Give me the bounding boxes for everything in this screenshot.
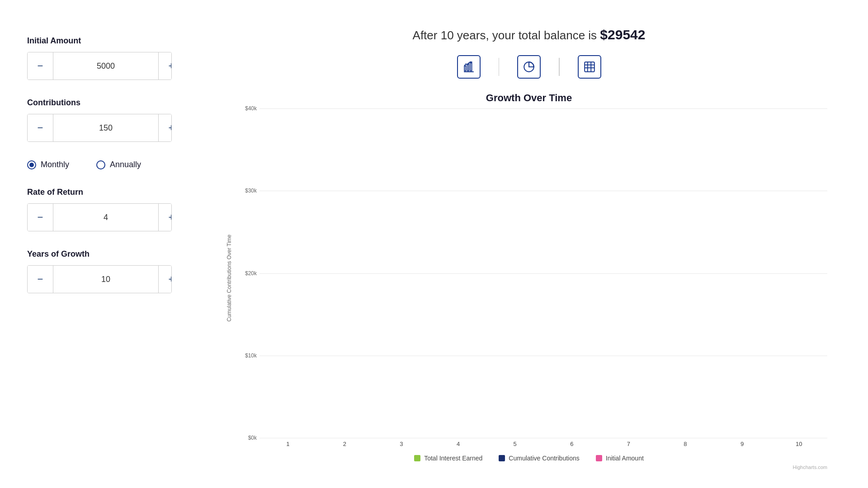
- rate-of-return-input-row: − +: [27, 203, 172, 231]
- svg-rect-0: [464, 66, 466, 71]
- table-icon-btn[interactable]: [578, 55, 601, 79]
- initial-amount-input-row: − +: [27, 52, 172, 80]
- contributions-label: Contributions: [27, 98, 172, 108]
- contributions-input-row: − +: [27, 114, 172, 142]
- initial-color-dot: [596, 455, 602, 461]
- y-axis-label: Cumulative Contributions Over Time: [226, 235, 235, 322]
- legend-contributions-label: Cumulative Contributions: [509, 455, 579, 462]
- svg-rect-6: [585, 62, 594, 72]
- legend-initial: Initial Amount: [596, 455, 644, 462]
- chart-title: Growth Over Time: [226, 92, 832, 104]
- contributions-group: Contributions − +: [27, 98, 172, 142]
- initial-amount-decrement[interactable]: −: [28, 52, 53, 80]
- years-of-growth-group: Years of Growth − +: [27, 249, 172, 293]
- x-label-4: 4: [430, 441, 487, 447]
- contributions-color-dot: [499, 455, 505, 461]
- interest-color-dot: [414, 455, 420, 461]
- years-of-growth-label: Years of Growth: [27, 249, 172, 259]
- legend-interest: Total Interest Earned: [414, 455, 482, 462]
- frequency-group: Monthly Annually: [27, 160, 172, 169]
- rate-of-return-group: Rate of Return − +: [27, 188, 172, 231]
- x-label-9: 9: [714, 441, 771, 447]
- summary-amount: $29542: [600, 27, 645, 42]
- legend-interest-label: Total Interest Earned: [424, 455, 482, 462]
- years-decrement[interactable]: −: [28, 266, 53, 293]
- annually-option[interactable]: Annually: [96, 160, 141, 169]
- bar-chart-icon-btn[interactable]: [457, 55, 481, 79]
- initial-amount-group: Initial Amount − +: [27, 36, 172, 80]
- monthly-radio[interactable]: [27, 160, 36, 169]
- years-increment[interactable]: +: [159, 266, 172, 293]
- contributions-field[interactable]: [53, 114, 159, 141]
- legend: Total Interest Earned Cumulative Contrib…: [226, 455, 832, 462]
- contributions-decrement[interactable]: −: [28, 114, 53, 141]
- monthly-option[interactable]: Monthly: [27, 160, 69, 169]
- chart-inner: $0k$10k$20k$30k$40k 12345678910: [237, 108, 832, 447]
- icon-row: [226, 55, 832, 79]
- years-field[interactable]: [53, 266, 159, 293]
- highcharts-credit: Highcharts.com: [226, 465, 832, 470]
- x-axis-labels: 12345678910: [237, 441, 832, 447]
- summary-prefix: After 10 years, your total balance is: [413, 28, 600, 42]
- rate-of-return-label: Rate of Return: [27, 188, 172, 197]
- annually-radio[interactable]: [96, 160, 105, 169]
- right-panel: After 10 years, your total balance is $2…: [199, 0, 868, 488]
- rate-decrement[interactable]: −: [28, 204, 53, 231]
- legend-initial-label: Initial Amount: [606, 455, 644, 462]
- x-label-6: 6: [543, 441, 600, 447]
- x-label-3: 3: [373, 441, 430, 447]
- chart-plot: $0k$10k$20k$30k$40k: [237, 108, 832, 438]
- years-input-row: − +: [27, 265, 172, 293]
- initial-amount-label: Initial Amount: [27, 36, 172, 46]
- initial-amount-increment[interactable]: +: [159, 52, 172, 80]
- legend-contributions: Cumulative Contributions: [499, 455, 579, 462]
- x-label-1: 1: [259, 441, 316, 447]
- left-panel: Initial Amount − + Contributions − + Mon…: [0, 0, 199, 488]
- icon-divider-1: [499, 58, 500, 76]
- pie-chart-icon-btn[interactable]: [517, 55, 541, 79]
- chart-container: Cumulative Contributions Over Time $0k$1…: [226, 108, 832, 447]
- rate-increment[interactable]: +: [159, 204, 172, 231]
- summary-text: After 10 years, your total balance is $2…: [226, 27, 832, 42]
- monthly-label: Monthly: [41, 160, 69, 169]
- initial-amount-field[interactable]: [53, 52, 159, 80]
- rate-field[interactable]: [53, 204, 159, 231]
- x-label-8: 8: [657, 441, 714, 447]
- x-label-10: 10: [770, 441, 827, 447]
- x-label-2: 2: [316, 441, 373, 447]
- chart-area: Growth Over Time Cumulative Contribution…: [226, 92, 832, 470]
- annually-label: Annually: [110, 160, 141, 169]
- icon-divider-2: [559, 58, 560, 76]
- x-label-5: 5: [486, 441, 543, 447]
- contributions-increment[interactable]: +: [159, 114, 172, 141]
- x-label-7: 7: [600, 441, 657, 447]
